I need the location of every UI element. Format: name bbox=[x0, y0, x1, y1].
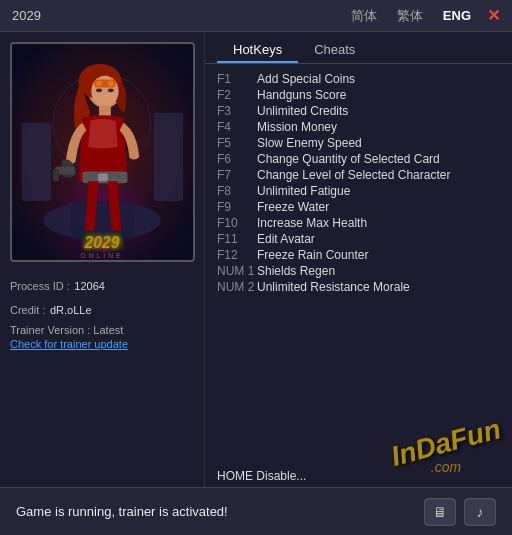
hotkey-desc: Edit Avatar bbox=[257, 232, 315, 246]
left-panel: 2029 ONLINE Process ID : 12064 Credit : … bbox=[0, 32, 205, 487]
hotkey-key: F6 bbox=[217, 152, 257, 166]
hotkey-item: F1Add Special Coins bbox=[217, 72, 500, 86]
svg-rect-19 bbox=[53, 170, 59, 182]
hotkey-item: F7Change Level of Selected Character bbox=[217, 168, 500, 182]
hotkey-key: NUM 2 bbox=[217, 280, 257, 294]
lang-traditional[interactable]: 繁体 bbox=[393, 5, 427, 27]
hotkey-item: F6Change Quantity of Selected Card bbox=[217, 152, 500, 166]
hotkey-desc: Unlimited Resistance Morale bbox=[257, 280, 410, 294]
hotkey-desc: Increase Max Health bbox=[257, 216, 367, 230]
hotkey-desc: Freeze Rain Counter bbox=[257, 248, 368, 262]
hotkey-item: F11Edit Avatar bbox=[217, 232, 500, 246]
tab-cheats[interactable]: Cheats bbox=[298, 38, 371, 63]
svg-text:2029: 2029 bbox=[84, 234, 120, 251]
hotkey-item: F3Unlimited Credits bbox=[217, 104, 500, 118]
hotkey-item: F10Increase Max Health bbox=[217, 216, 500, 230]
svg-text:ONLINE: ONLINE bbox=[80, 252, 123, 259]
hotkey-item: F5Slow Enemy Speed bbox=[217, 136, 500, 150]
hotkey-desc: Change Level of Selected Character bbox=[257, 168, 450, 182]
hotkey-key: NUM 1 bbox=[217, 264, 257, 278]
hotkey-desc: Shields Regen bbox=[257, 264, 335, 278]
hotkey-key: F10 bbox=[217, 216, 257, 230]
hotkey-key: F4 bbox=[217, 120, 257, 134]
title-bar: 2029 简体 繁体 ENG ✕ bbox=[0, 0, 512, 32]
hotkey-key: F3 bbox=[217, 104, 257, 118]
tabs-container: HotKeys Cheats bbox=[205, 32, 512, 64]
status-bar: Game is running, trainer is activated! 🖥… bbox=[0, 487, 512, 535]
hotkey-item: F9Freeze Water bbox=[217, 200, 500, 214]
status-text: Game is running, trainer is activated! bbox=[16, 504, 228, 519]
trainer-version-info: Trainer Version : Latest Check for train… bbox=[10, 324, 194, 350]
svg-point-11 bbox=[108, 88, 114, 92]
hotkey-key: F8 bbox=[217, 184, 257, 198]
hotkey-key: F9 bbox=[217, 200, 257, 214]
svg-point-10 bbox=[96, 88, 102, 92]
title-bar-controls: 简体 繁体 ENG ✕ bbox=[347, 5, 500, 27]
main-content: 2029 ONLINE Process ID : 12064 Credit : … bbox=[0, 32, 512, 487]
game-image: 2029 ONLINE bbox=[10, 42, 195, 262]
hotkey-item: F2Handguns Score bbox=[217, 88, 500, 102]
process-info: Process ID : 12064 Credit : dR.oLLe Trai… bbox=[10, 272, 194, 354]
svg-rect-4 bbox=[22, 123, 51, 201]
monitor-icon[interactable]: 🖥 bbox=[424, 498, 456, 526]
lang-simplified[interactable]: 简体 bbox=[347, 5, 381, 27]
hotkey-desc: Slow Enemy Speed bbox=[257, 136, 362, 150]
close-button[interactable]: ✕ bbox=[487, 6, 500, 25]
hotkey-item: NUM 1Shields Regen bbox=[217, 264, 500, 278]
svg-point-14 bbox=[108, 81, 114, 87]
hotkey-desc: Change Quantity of Selected Card bbox=[257, 152, 440, 166]
hotkey-desc: Unlimited Credits bbox=[257, 104, 348, 118]
svg-rect-17 bbox=[98, 174, 108, 182]
hotkey-desc: Handguns Score bbox=[257, 88, 346, 102]
hotkey-item: F4Mission Money bbox=[217, 120, 500, 134]
hotkey-key: F5 bbox=[217, 136, 257, 150]
right-panel: HotKeys Cheats F1Add Special CoinsF2Hand… bbox=[205, 32, 512, 487]
credit-info: Credit : dR.oLLe bbox=[10, 300, 194, 318]
hotkey-key: F1 bbox=[217, 72, 257, 86]
update-link[interactable]: Check for trainer update bbox=[10, 338, 194, 350]
hotkey-item: F12Freeze Rain Counter bbox=[217, 248, 500, 262]
hotkeys-list: F1Add Special CoinsF2Handguns ScoreF3Unl… bbox=[205, 64, 512, 465]
hotkey-item: NUM 2Unlimited Resistance Morale bbox=[217, 280, 500, 294]
home-disable-line: HOME Disable... bbox=[205, 465, 512, 487]
status-icons: 🖥 ♪ bbox=[424, 498, 496, 526]
tab-hotkeys[interactable]: HotKeys bbox=[217, 38, 298, 63]
hotkey-desc: Mission Money bbox=[257, 120, 337, 134]
app-title: 2029 bbox=[12, 8, 41, 23]
hotkey-key: F2 bbox=[217, 88, 257, 102]
hotkey-desc: Unlimited Fatigue bbox=[257, 184, 350, 198]
hotkey-desc: Freeze Water bbox=[257, 200, 329, 214]
process-id-label: Process ID : 12064 bbox=[10, 276, 194, 294]
hotkey-key: F12 bbox=[217, 248, 257, 262]
svg-point-13 bbox=[96, 81, 102, 87]
hotkey-desc: Add Special Coins bbox=[257, 72, 355, 86]
lang-english[interactable]: ENG bbox=[439, 6, 475, 25]
hotkey-key: F11 bbox=[217, 232, 257, 246]
music-icon[interactable]: ♪ bbox=[464, 498, 496, 526]
hotkey-item: F8Unlimited Fatigue bbox=[217, 184, 500, 198]
svg-rect-5 bbox=[154, 113, 183, 201]
hotkey-key: F7 bbox=[217, 168, 257, 182]
